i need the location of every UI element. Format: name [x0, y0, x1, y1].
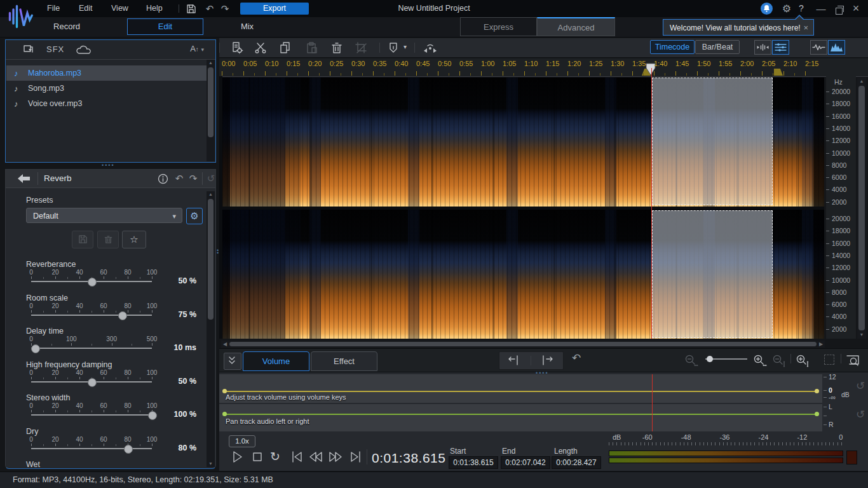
spectral-view-toggle[interactable]	[828, 40, 845, 55]
waveform-view-toggle[interactable]	[810, 40, 827, 55]
scroll-left-icon[interactable]: ◀	[221, 341, 229, 348]
preset-settings-button[interactable]: ⚙	[186, 208, 203, 224]
rewind-button[interactable]	[308, 449, 323, 464]
back-arrow-icon[interactable]	[17, 173, 31, 184]
sfx-library-icon[interactable]: SFX	[46, 44, 64, 54]
effect-panel-scrollbar[interactable]: ▲ ▼	[207, 191, 215, 467]
trim-icon[interactable]	[353, 41, 369, 55]
export-button[interactable]: Export	[240, 3, 309, 15]
save-icon[interactable]	[186, 4, 196, 14]
tab-edit[interactable]: Edit	[127, 18, 203, 35]
menu-view[interactable]: View	[107, 0, 132, 17]
sort-files-button[interactable]: A↑ ▾	[190, 44, 204, 53]
volume-key-start[interactable]	[222, 389, 227, 393]
volume-lane[interactable]: Adjust track volume using volume keys	[219, 374, 822, 403]
close-button[interactable]: ×	[849, 0, 863, 17]
lane-undo-icon[interactable]: ↶	[572, 351, 581, 365]
undo-button[interactable]: ↶	[203, 0, 216, 17]
pan-envelope-line[interactable]	[224, 414, 817, 415]
tab-mix[interactable]: Mix	[219, 17, 276, 36]
time-selection-overlay-right[interactable]	[652, 210, 773, 338]
scroll-up-icon[interactable]: ▲	[857, 78, 866, 85]
play-button[interactable]	[229, 449, 245, 464]
loop-button[interactable]: ↻	[270, 449, 280, 464]
stop-button[interactable]	[250, 449, 265, 464]
slider-handle[interactable]	[31, 344, 40, 353]
timeline-ruler[interactable]: 0:000:050:100:150:200:250:300:350:400:45…	[219, 58, 868, 77]
spectrogram-vscrollbar[interactable]: ▲ ▼	[857, 78, 866, 339]
notification-bell-icon[interactable]	[761, 3, 773, 15]
delete-icon[interactable]	[329, 41, 344, 55]
tab-record[interactable]: Record	[38, 17, 95, 36]
settings-gear-icon[interactable]: ⚙	[780, 0, 794, 17]
time-selection-overlay-left[interactable]	[652, 78, 773, 205]
menu-help[interactable]: Help	[142, 0, 166, 17]
preset-dropdown[interactable]: Default ▾	[26, 208, 182, 223]
zoom-out-horizontal-icon[interactable]	[683, 353, 700, 367]
zoom-in-vertical-icon[interactable]	[794, 353, 811, 367]
effect-redo-icon[interactable]: ↷	[186, 170, 200, 187]
channel-mixer-toggle[interactable]	[772, 40, 789, 55]
volume-envelope-line[interactable]	[224, 391, 817, 392]
slider-track[interactable]	[31, 448, 152, 449]
maximize-button[interactable]	[832, 0, 846, 17]
pan-key-start[interactable]	[222, 412, 227, 416]
zoom-slider-track[interactable]	[705, 358, 747, 360]
zoom-out-vertical-icon[interactable]	[771, 353, 787, 367]
cut-icon[interactable]	[253, 41, 268, 55]
cloud-icon[interactable]	[76, 44, 93, 55]
slider-handle[interactable]	[118, 311, 127, 320]
marker-caret-icon[interactable]: ▾	[403, 43, 407, 50]
pan-reset-icon[interactable]: ↺	[853, 408, 867, 421]
slider-handle[interactable]	[148, 411, 157, 420]
menu-file[interactable]: File	[43, 0, 64, 17]
redo-button[interactable]: ↷	[219, 0, 231, 17]
go-to-end-button[interactable]	[348, 449, 363, 464]
timecode-toggle[interactable]: Timecode	[650, 40, 695, 54]
stretch-tool-toggle[interactable]	[754, 40, 771, 55]
panel-splitter-handle[interactable]: ••••	[102, 164, 115, 166]
menu-edit[interactable]: Edit	[75, 0, 97, 17]
file-item[interactable]: ♪Song.mp3	[6, 81, 207, 96]
tab-volume[interactable]: Volume	[243, 351, 309, 371]
media-list-scrollbar[interactable]: ▲	[207, 60, 215, 161]
save-preset-button[interactable]	[72, 231, 93, 248]
favorite-preset-button[interactable]: ☆	[122, 231, 146, 248]
slider-track[interactable]	[31, 315, 152, 316]
timeline-hscrollbar[interactable]: ◀ ▶	[221, 341, 825, 348]
slider-track[interactable]	[31, 348, 152, 349]
zoom-in-horizontal-icon[interactable]	[752, 353, 768, 367]
effect-undo-icon[interactable]: ↶	[172, 170, 186, 187]
scroll-right-icon[interactable]: ▶	[817, 341, 825, 348]
scroll-up-icon[interactable]: ▲	[207, 60, 215, 66]
mark-in-icon[interactable]	[507, 354, 521, 367]
slider-track[interactable]	[31, 414, 152, 416]
info-icon[interactable]	[158, 173, 168, 184]
file-item[interactable]: ♪Voice over.mp3	[6, 96, 207, 111]
minimize-button[interactable]: —	[814, 0, 828, 17]
slider-handle[interactable]	[124, 445, 133, 454]
collapse-panel-button[interactable]	[224, 353, 241, 370]
end-time-field[interactable]: 0:02:07.042	[501, 456, 550, 469]
go-to-start-button[interactable]	[289, 449, 304, 464]
volume-reset-icon[interactable]: ↺	[853, 379, 867, 393]
tab-effect[interactable]: Effect	[311, 351, 377, 371]
mark-out-icon[interactable]	[540, 354, 554, 367]
fast-forward-button[interactable]	[328, 449, 343, 464]
import-media-icon[interactable]	[22, 43, 35, 56]
pan-lane[interactable]: Pan track audio left or right	[219, 404, 822, 431]
playback-speed-button[interactable]: 1.0x	[229, 435, 255, 447]
zoom-to-selection-icon[interactable]	[845, 353, 860, 368]
volume-key-end[interactable]	[815, 389, 819, 393]
scroll-up-icon[interactable]: ▲	[207, 191, 215, 198]
fit-view-icon[interactable]	[824, 355, 834, 365]
length-time-field[interactable]: 0:00:28.427	[552, 456, 601, 469]
marker-icon[interactable]	[386, 41, 401, 55]
slider-handle[interactable]	[88, 278, 97, 287]
file-item[interactable]: ♪Mahoroba.mp3	[6, 65, 207, 81]
scroll-down-icon[interactable]: ▼	[857, 332, 866, 338]
slider-handle[interactable]	[88, 378, 97, 387]
tooltip-close-icon[interactable]: ×	[803, 20, 808, 36]
zoom-slider-handle[interactable]	[707, 356, 713, 362]
tab-express[interactable]: Express	[460, 17, 537, 36]
